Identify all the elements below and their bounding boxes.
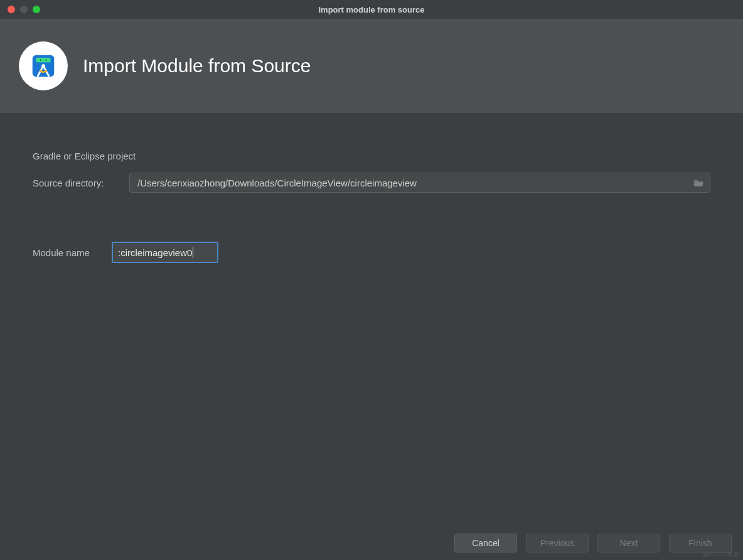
android-studio-icon [19, 41, 68, 90]
close-window-button[interactable] [8, 6, 15, 13]
window-controls [8, 6, 40, 13]
svg-point-2 [45, 60, 46, 61]
dialog-footer: Cancel Previous Next Finish [0, 526, 743, 560]
dialog-header: Import Module from Source [0, 19, 743, 113]
project-type-label: Gradle or Eclipse project [33, 151, 710, 161]
next-button: Next [597, 534, 660, 552]
finish-button: Finish [669, 534, 732, 552]
source-directory-row: Source directory: /Users/cenxiaozhong/Do… [33, 173, 710, 193]
zoom-window-button[interactable] [33, 6, 40, 13]
watermark-text: @51CTO博客 [703, 551, 739, 559]
module-name-row: Module name :circleimageview0 [33, 242, 710, 263]
dialog-content: Gradle or Eclipse project Source directo… [0, 113, 743, 263]
source-directory-label: Source directory: [33, 178, 120, 188]
module-name-input[interactable]: :circleimageview0 [112, 242, 218, 263]
text-cursor [193, 247, 193, 258]
minimize-window-button[interactable] [20, 6, 28, 13]
dialog-title: Import Module from Source [83, 55, 311, 77]
window-title: Import module from source [0, 5, 743, 14]
folder-open-icon[interactable] [693, 178, 705, 187]
previous-button: Previous [526, 534, 589, 552]
cancel-button[interactable]: Cancel [454, 534, 517, 552]
module-name-label: Module name [33, 247, 103, 258]
titlebar: Import module from source [0, 0, 743, 19]
source-directory-value: /Users/cenxiaozhong/Downloads/CircleImag… [137, 178, 417, 188]
source-directory-input[interactable]: /Users/cenxiaozhong/Downloads/CircleImag… [129, 173, 710, 193]
module-name-value: :circleimageview0 [118, 247, 192, 258]
svg-point-1 [40, 60, 41, 61]
